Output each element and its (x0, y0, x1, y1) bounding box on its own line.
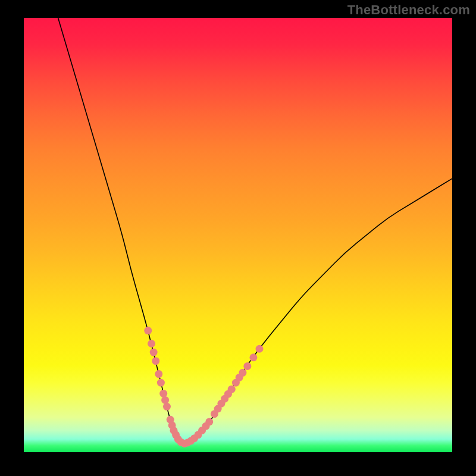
data-marker (243, 362, 251, 370)
data-marker (256, 345, 264, 353)
data-marker (249, 353, 257, 361)
data-marker (157, 379, 165, 387)
chart-svg (24, 18, 452, 452)
data-marker (144, 327, 152, 334)
bottleneck-curve (58, 18, 452, 443)
data-marker (152, 357, 159, 365)
data-marker (155, 370, 162, 378)
data-marker (148, 340, 155, 347)
data-marker (161, 396, 169, 404)
data-marker (205, 418, 213, 425)
data-marker (228, 386, 236, 393)
data-marker (239, 369, 246, 377)
chart-frame: TheBottleneck.com (0, 0, 476, 476)
data-marker (159, 390, 167, 397)
data-marker (163, 403, 171, 411)
plot-area (24, 18, 452, 452)
watermark-text: TheBottleneck.com (347, 2, 470, 18)
data-marker (150, 349, 158, 356)
